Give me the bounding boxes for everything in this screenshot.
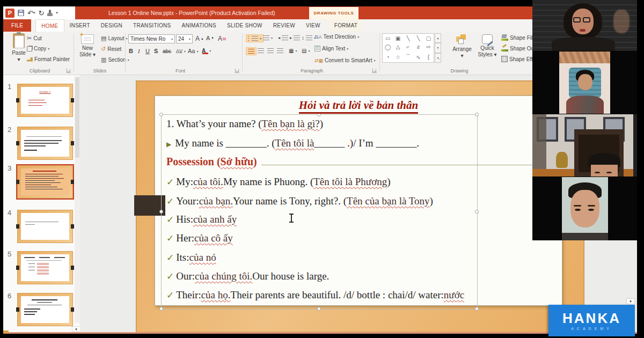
justify-button[interactable] bbox=[277, 48, 283, 53]
tab-slide-show[interactable]: SLIDE SHOW bbox=[222, 19, 268, 32]
save-icon[interactable] bbox=[18, 8, 24, 18]
webcam-feed-student-3[interactable] bbox=[532, 177, 637, 240]
shape-glyph-3[interactable]: ╲ bbox=[416, 35, 420, 41]
paragraph-dialog-launcher[interactable] bbox=[372, 69, 377, 73]
tab-review[interactable]: REVIEW bbox=[268, 19, 301, 32]
shape-glyph-12[interactable]: ⌒ bbox=[406, 53, 411, 61]
shape-glyph-8[interactable]: ƨ bbox=[417, 44, 420, 50]
text-direction-button[interactable]: ⇅AText Direction▾ bbox=[314, 34, 359, 40]
tab-file[interactable]: FILE bbox=[3, 19, 31, 32]
selection-handle[interactable] bbox=[317, 307, 321, 311]
tab-transitions[interactable]: TRANSITIONS bbox=[128, 19, 177, 32]
selection-handle[interactable] bbox=[475, 307, 479, 311]
text-segment: Tên của bạn là Tony bbox=[347, 195, 430, 207]
arrange-button[interactable]: Arrange▾ bbox=[450, 34, 474, 59]
character-spacing-button[interactable]: A̲V̲▾ bbox=[176, 48, 186, 54]
italic-button[interactable]: I bbox=[138, 48, 146, 54]
selection-handle[interactable] bbox=[159, 307, 163, 311]
bullets-button[interactable]: ▾ bbox=[246, 34, 264, 42]
text-segment: Their: bbox=[176, 289, 201, 301]
tab-format[interactable]: FORMAT bbox=[329, 19, 363, 32]
touch-mode-icon[interactable] bbox=[47, 8, 53, 18]
shape-glyph-11[interactable]: ☆ bbox=[396, 54, 400, 60]
text-segment: My name is ________. ( bbox=[175, 137, 275, 149]
undo-icon[interactable]: ↶▾ bbox=[27, 8, 35, 18]
thumbnails-scrollbar[interactable] bbox=[75, 76, 80, 323]
copy-button[interactable]: Copy▾ bbox=[27, 46, 49, 52]
text-segment: Sở hữu bbox=[221, 156, 253, 168]
shape-glyph-6[interactable]: △ bbox=[396, 44, 400, 50]
shape-glyph-1[interactable]: ▣ bbox=[396, 35, 400, 41]
font-name-combo[interactable]: Times New Ro▾ bbox=[128, 34, 175, 43]
grow-font-button[interactable]: A▴ bbox=[195, 35, 203, 42]
quick-styles-button[interactable]: Quick Styles ▾ bbox=[475, 34, 499, 58]
strikethrough-button[interactable]: abc bbox=[163, 48, 174, 54]
paste-button[interactable]: Paste▾ bbox=[9, 33, 29, 72]
shapes-scroll-up-icon[interactable]: ▲ bbox=[435, 33, 441, 43]
powerpoint-icon[interactable]: P bbox=[5, 9, 14, 18]
tab-insert[interactable]: INSERT bbox=[64, 19, 96, 32]
shapes-more-icon[interactable]: ▼̲ bbox=[435, 53, 441, 63]
screen: P ↶▾ ↻ ▾ Lesson 1 Online New.pptx - Powe… bbox=[0, 0, 644, 338]
shrink-font-button[interactable]: A▾ bbox=[206, 35, 214, 41]
underline-button[interactable]: U bbox=[145, 48, 153, 54]
shape-glyph-7[interactable]: ⌐ bbox=[407, 44, 410, 50]
arrange-icon bbox=[456, 34, 468, 45]
line-spacing-button[interactable]: ↕▾ bbox=[302, 35, 316, 41]
tab-view[interactable]: VIEW bbox=[301, 19, 326, 32]
align-right-button[interactable] bbox=[267, 48, 274, 53]
shadow-button[interactable]: S bbox=[154, 48, 162, 54]
align-text-button[interactable]: Align Text▾ bbox=[314, 46, 348, 52]
shape-glyph-9[interactable]: ⇨ bbox=[426, 44, 430, 50]
slide-text-content[interactable]: Hỏi và trả lời về bản thân 1. What’s you… bbox=[155, 95, 562, 306]
cut-button[interactable]: ✂Cut bbox=[27, 35, 42, 42]
clipboard-dialog-launcher[interactable] bbox=[67, 69, 71, 73]
shape-glyph-10[interactable]: ◔ bbox=[386, 54, 389, 60]
layout-button[interactable]: ▤Layout▾ bbox=[101, 35, 127, 42]
tab-design[interactable]: DESIGN bbox=[96, 19, 128, 32]
shape-glyph-0[interactable]: ▭ bbox=[385, 35, 390, 41]
change-case-button[interactable]: Aa▾ bbox=[188, 48, 198, 54]
collapse-strip-icon[interactable]: ▼ bbox=[626, 298, 635, 304]
text-segment: My: bbox=[176, 176, 193, 188]
font-dialog-launcher[interactable] bbox=[235, 69, 239, 73]
align-center-button[interactable] bbox=[258, 48, 264, 53]
tab-home[interactable]: HOME bbox=[35, 19, 64, 32]
shapes-scroll-down-icon[interactable]: ▼ bbox=[435, 43, 441, 53]
new-slide-button[interactable]: New Slide ▾ bbox=[76, 34, 99, 58]
tab-animations[interactable]: ANIMATIONS bbox=[177, 19, 222, 32]
shape-glyph-4[interactable]: ▢ bbox=[426, 35, 431, 41]
columns-button[interactable]: ▦▾ bbox=[289, 48, 297, 54]
align-left-button[interactable] bbox=[246, 47, 257, 55]
shape-effects-icon bbox=[501, 56, 508, 62]
format-painter-button[interactable]: Format Painter bbox=[27, 56, 70, 62]
shape-fill-button[interactable]: Shape Fill▾ bbox=[501, 34, 537, 41]
checkmark-bullet-icon: ✓ bbox=[166, 271, 174, 282]
thumbnails-scrollbar-thumb[interactable] bbox=[75, 77, 79, 158]
text-segment: Our: bbox=[176, 270, 195, 282]
numbering-button[interactable]: ▾ bbox=[263, 35, 273, 40]
bold-button[interactable]: B bbox=[129, 48, 137, 54]
shape-glyph-2[interactable]: ╲ bbox=[406, 35, 409, 41]
increase-indent-button[interactable]: ▸ bbox=[290, 35, 300, 40]
checkmark-bullet-icon: ✓ bbox=[166, 214, 174, 225]
text-segment: My name is Phuong. ( bbox=[223, 176, 313, 188]
customize-qat-icon[interactable]: ▾ bbox=[56, 8, 58, 18]
convert-to-smartart-button[interactable]: ⇄▦Convert to SmartArt▾ bbox=[314, 57, 375, 63]
webcam-feed-teacher[interactable] bbox=[532, 0, 637, 51]
redo-icon[interactable]: ↻ bbox=[38, 8, 44, 18]
decrease-indent-button[interactable]: ◂ bbox=[278, 35, 288, 40]
thumbnails-scroll-down-icon[interactable]: ▼ bbox=[72, 326, 80, 332]
table-button[interactable]: ▤▾ bbox=[302, 48, 310, 54]
reset-button[interactable]: ↺Reset bbox=[101, 46, 121, 53]
clear-formatting-button[interactable]: A bbox=[218, 35, 226, 42]
shape-glyph-5[interactable]: ◯ bbox=[385, 44, 391, 50]
slide-number: 2 bbox=[8, 126, 11, 134]
shapes-gallery[interactable]: ▭▣╲╲▢◯△⌐ƨ⇨◔☆⌒∿{ bbox=[382, 33, 434, 63]
shape-glyph-14[interactable]: { bbox=[428, 54, 429, 60]
font-size-combo[interactable]: 24▾ bbox=[176, 34, 193, 43]
webcam-feed-student-1[interactable] bbox=[532, 52, 637, 114]
webcam-feed-student-2[interactable] bbox=[532, 114, 637, 177]
shape-glyph-13[interactable]: ∿ bbox=[416, 54, 420, 60]
shapes-gallery-scrollbar[interactable]: ▲ ▼ ▼̲ bbox=[435, 33, 441, 63]
